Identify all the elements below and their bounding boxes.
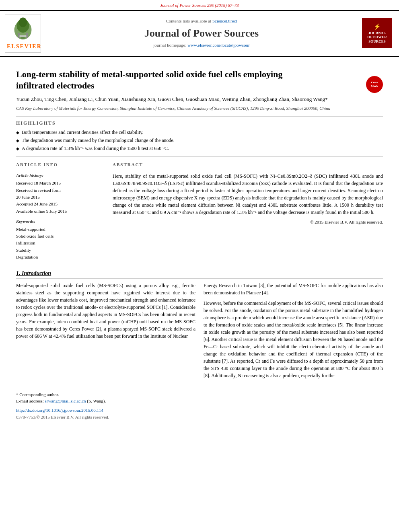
intro-right-para-2: However, before the commercial deploymen… [204,300,383,379]
accepted-date: Accepted 24 June 2015 [16,201,105,207]
journal-header: ELSEVIER Contents lists available at Sci… [0,10,399,56]
introduction-title: 1. Introduction [16,269,383,279]
email-label: E-mail address: [16,398,44,403]
svg-point-6 [26,33,28,35]
issn-text: 0378-7753/© 2015 Elsevier B.V. All right… [16,415,109,419]
citation-text: Journal of Power Sources 295 (2015) 67–7… [160,3,239,8]
introduction-section: 1. Introduction Metal-supported solid ox… [16,269,383,383]
abstract-column: ABSTRACT Here, stability of the metal-su… [113,162,383,261]
available-date: Available online 9 July 2015 [16,208,105,214]
email-person: (S. Wang). [87,398,106,403]
sciencedirect-link[interactable]: ScienceDirect [212,18,237,23]
keyword-4: Stability [16,247,105,253]
abstract-text: Here, stability of the metal-supported s… [113,173,383,216]
intro-two-columns: Metal-supported solid oxide fuel cells (… [16,282,383,382]
crossmark-label: CrossMark [371,81,378,88]
top-citation-bar: Journal of Power Sources 295 (2015) 67–7… [0,0,399,10]
highlights-title: HIGHLIGHTS [16,120,383,127]
article-info-title: ARTICLE INFO [16,162,105,169]
doi-section: http://dx.doi.org/10.1016/j.jpowsour.201… [16,407,383,413]
svg-rect-5 [18,35,19,38]
elsevier-tree-icon [7,16,39,40]
email-link[interactable]: srwang@mail.sic.ac.cn [45,398,86,403]
svg-point-3 [19,18,27,27]
main-content: Long-term stability of metal-supported s… [0,57,399,429]
bullet-2: ◆ [16,138,19,144]
footnote-section: * Corresponding author. E-mail address: … [16,389,383,404]
svg-point-4 [18,33,20,35]
intro-right-para-1: Energy Research in Taiwan [3], the poten… [204,282,383,296]
bullet-1: ◆ [16,130,19,136]
crossmark-badge: CrossMark [366,76,383,93]
elsevier-wordmark: ELSEVIER [7,43,39,51]
issn-section: 0378-7753/© 2015 Elsevier B.V. All right… [16,414,383,420]
article-info-column: ARTICLE INFO Article history: Received 1… [16,162,105,261]
highlights-section: HIGHLIGHTS ◆ Both temperatures and curre… [16,116,383,156]
email-line: E-mail address: srwang@mail.sic.ac.cn (S… [16,398,383,404]
intro-left-para-1: Metal-supported solid oxide fuel cells (… [16,282,195,340]
corresponding-author: * Corresponding author. [16,392,383,398]
received-date: Received 18 March 2015 [16,180,105,186]
abstract-title: ABSTRACT [113,162,383,169]
highlight-item-1: ◆ Both temperatures and current densitie… [16,129,383,136]
affiliation-line: CAS Key Laboratory of Materials for Ener… [16,105,383,111]
keyword-1: Metal-supported [16,226,105,232]
keywords-label: Keywords: [16,218,105,224]
revised-date: 20 June 2015 [16,194,105,200]
homepage-link[interactable]: www.elsevier.com/locate/jpowsour [187,43,249,47]
svg-rect-8 [19,35,26,37]
bullet-3: ◆ [16,146,19,152]
copyright-text: © 2015 Elsevier B.V. All rights reserved… [113,219,383,225]
highlight-item-2: ◆ The degradation was mainly caused by t… [16,137,383,144]
elsevier-logo: ELSEVIER [5,14,41,52]
received-revised-label: Received in revised form [16,187,105,193]
journal-header-center: Contents lists available at ScienceDirec… [46,18,357,48]
article-history-label: Article history: [16,173,105,179]
keyword-2: Solid oxide fuel cells [16,233,105,239]
journal-title-display: Journal of Power Sources [46,26,357,41]
keyword-5: Degradation [16,254,105,260]
corresponding-label: * Corresponding author. [16,392,59,397]
intro-left-column: Metal-supported solid oxide fuel cells (… [16,282,195,382]
keyword-3: Infiltration [16,240,105,246]
two-column-section: ARTICLE INFO Article history: Received 1… [16,162,383,261]
highlight-item-3: ◆ A degradation rate of 1.3% kh⁻¹ was fo… [16,145,383,152]
sciencedirect-label: Contents lists available at ScienceDirec… [46,18,357,24]
article-title: Long-term stability of metal-supported s… [16,69,355,92]
authors-line: Yucun Zhou, Ting Chen, Junliang Li, Chun… [16,96,383,103]
journal-logo-box: ⚡ JOURNALOF POWERSOURCES [362,18,394,48]
homepage-label: journal homepage: www.elsevier.com/locat… [46,42,357,48]
doi-link[interactable]: http://dx.doi.org/10.1016/j.jpowsour.201… [16,408,103,413]
intro-right-column: Energy Research in Taiwan [3], the poten… [204,282,383,382]
svg-rect-7 [27,35,28,38]
